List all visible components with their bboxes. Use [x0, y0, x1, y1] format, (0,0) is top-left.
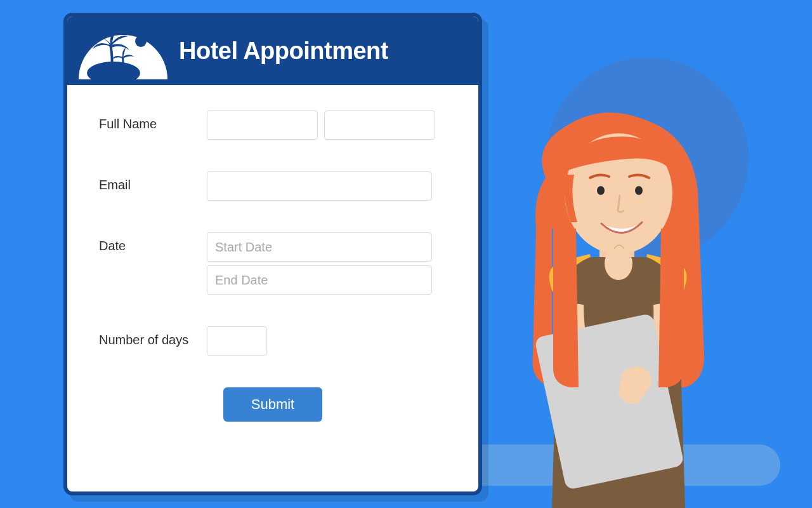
- submit-area: Submit: [99, 387, 447, 422]
- last-name-input[interactable]: [324, 110, 435, 140]
- svg-point-7: [135, 36, 147, 47]
- row-full-name: Full Name: [99, 110, 447, 140]
- svg-point-3: [635, 186, 643, 195]
- hotel-appointment-form-card: Hotel Appointment Full Name Email Date N…: [63, 13, 482, 495]
- label-full-name: Full Name: [99, 110, 207, 131]
- start-date-input[interactable]: [207, 232, 432, 262]
- label-date: Date: [99, 232, 207, 253]
- form-header: Hotel Appointment: [67, 17, 478, 85]
- first-name-input[interactable]: [207, 110, 318, 140]
- number-of-days-input[interactable]: [207, 326, 267, 356]
- end-date-input[interactable]: [207, 265, 432, 295]
- row-days: Number of days: [99, 326, 447, 356]
- row-date: Date: [99, 232, 447, 295]
- form-body: Full Name Email Date Number of days: [67, 85, 478, 441]
- form-title: Hotel Appointment: [179, 37, 388, 65]
- row-email: Email: [99, 171, 447, 201]
- submit-button[interactable]: Submit: [223, 387, 322, 422]
- label-days: Number of days: [99, 326, 207, 347]
- email-input[interactable]: [207, 171, 432, 201]
- svg-point-5: [605, 247, 632, 280]
- svg-point-2: [597, 186, 605, 195]
- full-name-input-group: [207, 110, 447, 140]
- days-input-group: [207, 326, 447, 356]
- woman-tablet-illustration: [495, 102, 736, 508]
- label-email: Email: [99, 171, 207, 192]
- email-input-group: [207, 171, 447, 201]
- palm-beach-icon: [79, 22, 167, 79]
